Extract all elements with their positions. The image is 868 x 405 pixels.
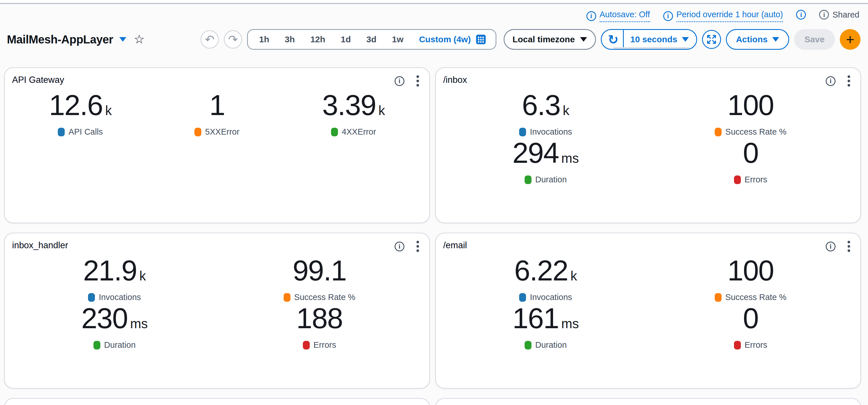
chevron-down-icon (580, 37, 587, 42)
time-range-1h[interactable]: 1h (251, 34, 277, 44)
title-dropdown-caret-icon[interactable] (119, 37, 126, 42)
metric-value: 230 (82, 304, 128, 333)
info-icon[interactable] (826, 242, 836, 251)
legend-dot-icon (58, 128, 65, 136)
custom-range-button[interactable]: Custom (4w) (411, 34, 492, 45)
metric-label: Success Rate % (725, 292, 786, 302)
widget-title: API Gateway (12, 73, 64, 85)
info-icon[interactable] (395, 242, 404, 251)
save-label: Save (804, 34, 825, 44)
undo-icon: ↶ (200, 30, 219, 49)
metric-legend: Invocations (519, 292, 572, 302)
metric-legend: Errors (734, 340, 767, 350)
shared-status[interactable]: Shared (819, 10, 859, 20)
auto-refresh-button[interactable]: ↻ 10 seconds (601, 29, 697, 50)
time-range-3h[interactable]: 3h (277, 34, 303, 44)
metric-number: 6.3k (522, 91, 569, 119)
metric-label: Errors (745, 175, 767, 184)
actions-label: Actions (736, 34, 768, 44)
metric-label: Invocations (530, 292, 572, 302)
actions-dropdown[interactable]: Actions (726, 29, 789, 50)
metric-number: 99.1 (292, 256, 346, 285)
metric-legend: 5XXError (194, 127, 239, 137)
widget-menu-icon[interactable] (416, 80, 419, 82)
widget-menu-icon[interactable] (847, 245, 850, 248)
metric-unit: k (140, 269, 146, 282)
widget-menu-icon[interactable] (847, 80, 850, 82)
metric-unit: ms (561, 152, 579, 165)
metric-number: 1 (209, 91, 225, 119)
metric-label: Errors (313, 340, 336, 350)
metric-value: 0 (743, 304, 758, 333)
widget-header: API Gateway (12, 73, 422, 87)
widget-header-icons (395, 73, 422, 87)
legend-dot-icon (525, 176, 531, 184)
toolbar: ↶ ↷ 1h3h12h1d3d1w Custom (4w) (200, 29, 861, 50)
widget-header-icons (826, 239, 853, 252)
metric-value: 0 (743, 138, 758, 167)
dashboard-info-button[interactable] (796, 10, 806, 20)
widget-title: /email (443, 239, 467, 251)
metric-api-calls: 12.6kAPI Calls (12, 91, 149, 137)
save-button[interactable]: Save (794, 29, 835, 50)
metric-value: 294 (513, 138, 559, 167)
metric-errors: 0Errors (648, 304, 853, 350)
info-icon (819, 10, 829, 20)
widget-metrics: 21.9kInvocations99.1Success Rate %230msD… (12, 256, 422, 350)
refresh-interval-dropdown[interactable]: 10 seconds (624, 34, 696, 44)
calendar-icon (475, 34, 486, 45)
top-divider (0, 0, 868, 4)
metric-legend: Invocations (519, 127, 572, 137)
info-icon[interactable] (395, 76, 404, 86)
favorite-star-icon[interactable]: ☆ (134, 33, 145, 45)
timezone-dropdown[interactable]: Local timezone (504, 29, 596, 50)
time-range-1w[interactable]: 1w (384, 34, 411, 44)
metric-invocations: 6.22kInvocations (443, 256, 648, 302)
time-range-1d[interactable]: 1d (333, 34, 359, 44)
add-widget-button[interactable]: + (840, 29, 861, 50)
metric-legend: 4XXError (331, 127, 376, 137)
widget-header: inbox_handler (12, 239, 422, 252)
widget-menu-icon[interactable] (416, 245, 419, 248)
period-override-control[interactable]: Period override 1 hour (auto) (663, 10, 783, 22)
info-icon (796, 10, 806, 20)
autosave-toggle[interactable]: Autosave: Off (586, 10, 650, 22)
cloudwatch-dashboard-screen: Autosave: Off Period override 1 hour (au… (0, 0, 868, 405)
redo-button[interactable]: ↷ (224, 30, 242, 49)
widget-inbox: /inbox6.3kInvocations100Success Rate %29… (435, 67, 861, 223)
metric-legend: Success Rate % (715, 292, 786, 302)
plus-icon: + (846, 32, 854, 46)
metric-5xxerror: 15XXError (149, 91, 285, 137)
metric-success-rate-: 100Success Rate % (648, 91, 853, 137)
title-block: MailMesh-AppLayer ☆ (7, 33, 145, 46)
legend-dot-icon (88, 293, 95, 302)
metric-duration: 230msDuration (12, 304, 217, 350)
metric-value: 6.22 (514, 256, 568, 285)
widget-title: inbox_handler (12, 239, 68, 251)
widget-title: inbox_forwarder (12, 404, 76, 405)
metric-legend: Errors (303, 340, 336, 350)
fullscreen-button[interactable] (702, 30, 721, 49)
widget-header: inbox_validator (443, 404, 853, 405)
period-override-label: Period override 1 hour (auto) (677, 10, 783, 22)
metric-label: Duration (535, 340, 567, 350)
legend-dot-icon (93, 341, 100, 349)
metric-number: 21.9k (83, 256, 146, 285)
info-icon (663, 11, 673, 21)
metric-number: 12.6k (49, 91, 112, 119)
info-icon[interactable] (826, 76, 836, 86)
time-range-12h[interactable]: 12h (303, 34, 333, 44)
time-range-3d[interactable]: 3d (359, 34, 384, 44)
undo-button[interactable]: ↶ (200, 30, 219, 49)
metric-value: 1 (209, 91, 225, 119)
redo-icon: ↷ (224, 30, 242, 49)
metric-number: 100 (727, 256, 774, 285)
metric-value: 6.3 (522, 91, 560, 119)
metric-legend: Invocations (88, 292, 141, 302)
metric-legend: Success Rate % (284, 292, 355, 302)
widget-metrics: 12.6kAPI Calls15XXError3.39k4XXError (12, 91, 422, 137)
fullscreen-icon (706, 34, 717, 44)
metric-label: Success Rate % (725, 127, 786, 137)
metric-legend: API Calls (58, 127, 103, 137)
metric-errors: 188Errors (217, 304, 422, 350)
